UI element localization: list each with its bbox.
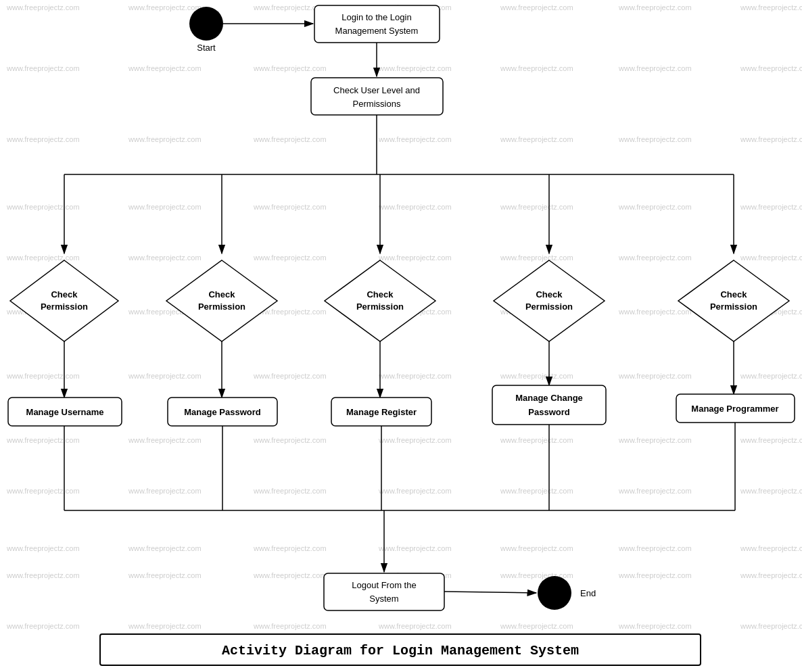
- svg-text:www.freeprojectz.com: www.freeprojectz.com: [253, 64, 327, 72]
- svg-text:www.freeprojectz.com: www.freeprojectz.com: [500, 254, 573, 262]
- bottom-title-label: Activity Diagram for Login Management Sy…: [222, 643, 579, 658]
- svg-text:www.freeprojectz.com: www.freeprojectz.com: [128, 544, 202, 552]
- svg-text:www.freeprojectz.com: www.freeprojectz.com: [500, 3, 573, 11]
- svg-text:www.freeprojectz.com: www.freeprojectz.com: [6, 254, 80, 262]
- svg-text:www.freeprojectz.com: www.freeprojectz.com: [378, 254, 452, 262]
- svg-text:www.freeprojectz.com: www.freeprojectz.com: [378, 436, 452, 444]
- svg-text:www.freeprojectz.com: www.freeprojectz.com: [500, 203, 573, 211]
- svg-text:www.freeprojectz.com: www.freeprojectz.com: [618, 622, 692, 630]
- svg-text:www.freeprojectz.com: www.freeprojectz.com: [128, 64, 202, 72]
- svg-text:www.freeprojectz.com: www.freeprojectz.com: [618, 254, 692, 262]
- logout-label: Logout From the: [352, 580, 416, 590]
- svg-text:www.freeprojectz.com: www.freeprojectz.com: [618, 203, 692, 211]
- svg-text:www.freeprojectz.com: www.freeprojectz.com: [128, 135, 202, 143]
- svg-text:www.freeprojectz.com: www.freeprojectz.com: [253, 571, 327, 579]
- diamond-perm1-label2: Permission: [41, 302, 88, 312]
- logout-box: [324, 573, 444, 610]
- svg-text:www.freeprojectz.com: www.freeprojectz.com: [740, 571, 802, 579]
- manage-register-label: Manage Register: [346, 407, 417, 417]
- svg-text:www.freeprojectz.com: www.freeprojectz.com: [253, 254, 327, 262]
- check-user-label2: Permissions: [353, 99, 401, 109]
- manage-change-password-label2: Password: [528, 407, 569, 417]
- svg-text:www.freeprojectz.com: www.freeprojectz.com: [6, 135, 80, 143]
- svg-text:www.freeprojectz.com: www.freeprojectz.com: [618, 436, 692, 444]
- svg-text:www.freeprojectz.com: www.freeprojectz.com: [378, 544, 452, 552]
- diamond-perm2-label: Check: [208, 289, 235, 299]
- svg-text:www.freeprojectz.com: www.freeprojectz.com: [500, 372, 573, 380]
- svg-text:www.freeprojectz.com: www.freeprojectz.com: [618, 487, 692, 495]
- svg-text:www.freeprojectz.com: www.freeprojectz.com: [740, 254, 802, 262]
- svg-text:www.freeprojectz.com: www.freeprojectz.com: [378, 622, 452, 630]
- svg-text:www.freeprojectz.com: www.freeprojectz.com: [500, 436, 573, 444]
- svg-text:www.freeprojectz.com: www.freeprojectz.com: [500, 487, 573, 495]
- svg-text:www.freeprojectz.com: www.freeprojectz.com: [740, 544, 802, 552]
- svg-text:www.freeprojectz.com: www.freeprojectz.com: [378, 135, 452, 143]
- svg-text:www.freeprojectz.com: www.freeprojectz.com: [618, 3, 692, 11]
- svg-text:www.freeprojectz.com: www.freeprojectz.com: [253, 544, 327, 552]
- svg-text:www.freeprojectz.com: www.freeprojectz.com: [500, 544, 573, 552]
- svg-text:www.freeprojectz.com: www.freeprojectz.com: [378, 64, 452, 72]
- diamond-perm1: [10, 260, 118, 341]
- svg-text:www.freeprojectz.com: www.freeprojectz.com: [618, 64, 692, 72]
- start-node: [189, 7, 223, 41]
- login-label: Login to the Login: [341, 12, 411, 22]
- diamond-perm4: [494, 260, 605, 341]
- diamond-perm2: [166, 260, 277, 341]
- manage-password-label: Manage Password: [184, 407, 260, 417]
- svg-text:www.freeprojectz.com: www.freeprojectz.com: [6, 203, 80, 211]
- svg-text:www.freeprojectz.com: www.freeprojectz.com: [618, 544, 692, 552]
- svg-text:www.freeprojectz.com: www.freeprojectz.com: [253, 436, 327, 444]
- diamond-perm4-label2: Permission: [525, 302, 573, 312]
- svg-text:www.freeprojectz.com: www.freeprojectz.com: [6, 544, 80, 552]
- svg-text:www.freeprojectz.com: www.freeprojectz.com: [740, 372, 802, 380]
- svg-text:www.freeprojectz.com: www.freeprojectz.com: [128, 622, 202, 630]
- check-user-box: [311, 78, 443, 115]
- svg-text:www.freeprojectz.com: www.freeprojectz.com: [618, 571, 692, 579]
- svg-text:www.freeprojectz.com: www.freeprojectz.com: [128, 3, 202, 11]
- svg-text:www.freeprojectz.com: www.freeprojectz.com: [128, 372, 202, 380]
- svg-text:www.freeprojectz.com: www.freeprojectz.com: [378, 372, 452, 380]
- svg-text:www.freeprojectz.com: www.freeprojectz.com: [500, 64, 573, 72]
- svg-text:www.freeprojectz.com: www.freeprojectz.com: [6, 64, 80, 72]
- activity-diagram-svg: www.freeprojectz.com www.freeprojectz.co…: [0, 0, 802, 672]
- check-user-label: Check User Level and: [333, 85, 420, 95]
- svg-text:www.freeprojectz.com: www.freeprojectz.com: [740, 203, 802, 211]
- svg-text:www.freeprojectz.com: www.freeprojectz.com: [6, 487, 80, 495]
- start-label: Start: [197, 43, 216, 53]
- svg-text:www.freeprojectz.com: www.freeprojectz.com: [740, 3, 802, 11]
- svg-text:www.freeprojectz.com: www.freeprojectz.com: [253, 135, 327, 143]
- svg-text:www.freeprojectz.com: www.freeprojectz.com: [500, 622, 573, 630]
- svg-text:www.freeprojectz.com: www.freeprojectz.com: [6, 571, 80, 579]
- svg-text:www.freeprojectz.com: www.freeprojectz.com: [740, 622, 802, 630]
- diamond-perm1-label: Check: [51, 289, 78, 299]
- svg-text:www.freeprojectz.com: www.freeprojectz.com: [618, 308, 692, 316]
- diamond-perm2-label2: Permission: [198, 302, 245, 312]
- arrow-logout-end: [444, 592, 536, 593]
- diamond-perm3-label: Check: [367, 289, 394, 299]
- svg-text:www.freeprojectz.com: www.freeprojectz.com: [128, 436, 202, 444]
- svg-text:www.freeprojectz.com: www.freeprojectz.com: [128, 254, 202, 262]
- diagram-container: www.freeprojectz.com www.freeprojectz.co…: [0, 0, 802, 672]
- svg-text:www.freeprojectz.com: www.freeprojectz.com: [253, 622, 327, 630]
- svg-text:www.freeprojectz.com: www.freeprojectz.com: [6, 622, 80, 630]
- svg-text:www.freeprojectz.com: www.freeprojectz.com: [253, 487, 327, 495]
- manage-username-label: Manage Username: [26, 407, 104, 417]
- svg-text:www.freeprojectz.com: www.freeprojectz.com: [378, 203, 452, 211]
- svg-text:www.freeprojectz.com: www.freeprojectz.com: [128, 487, 202, 495]
- svg-text:www.freeprojectz.com: www.freeprojectz.com: [128, 203, 202, 211]
- manage-change-password-label: Manage Change: [515, 393, 583, 403]
- svg-text:www.freeprojectz.com: www.freeprojectz.com: [740, 436, 802, 444]
- svg-text:www.freeprojectz.com: www.freeprojectz.com: [740, 487, 802, 495]
- svg-text:www.freeprojectz.com: www.freeprojectz.com: [253, 372, 327, 380]
- manage-change-password-box: [492, 385, 606, 425]
- diamond-perm4-label: Check: [536, 289, 563, 299]
- diamond-perm5-label2: Permission: [710, 302, 757, 312]
- login-box: [314, 5, 440, 43]
- end-label: End: [580, 588, 596, 598]
- svg-text:www.freeprojectz.com: www.freeprojectz.com: [253, 203, 327, 211]
- login-label2: Management System: [335, 26, 419, 36]
- svg-text:www.freeprojectz.com: www.freeprojectz.com: [618, 135, 692, 143]
- manage-programmer-label: Manage Programmer: [691, 404, 778, 414]
- diamond-perm5: [678, 260, 789, 341]
- svg-text:www.freeprojectz.com: www.freeprojectz.com: [128, 571, 202, 579]
